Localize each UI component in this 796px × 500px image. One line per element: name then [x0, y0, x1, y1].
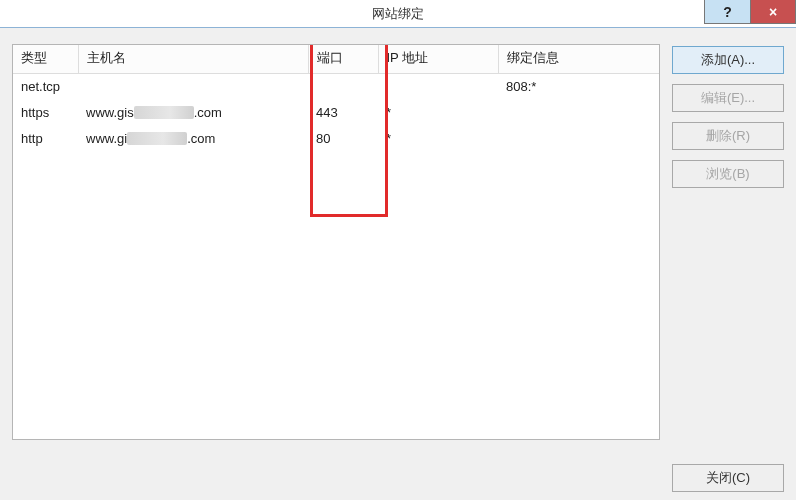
cell-host: www.gi.com — [78, 126, 308, 152]
close-button[interactable]: 关闭(C) — [672, 464, 784, 492]
cell-info — [498, 126, 659, 152]
title-bar: 网站绑定 ? × — [0, 0, 796, 28]
table-row[interactable]: https www.gis.com 443 * — [13, 100, 659, 126]
close-window-button[interactable]: × — [750, 0, 796, 24]
cell-ip: * — [378, 100, 498, 126]
cell-type: https — [13, 100, 78, 126]
window-title: 网站绑定 — [0, 0, 796, 28]
button-column: 添加(A)... 编辑(E)... 删除(R) 浏览(B) — [672, 44, 784, 440]
col-header-type[interactable]: 类型 — [13, 45, 78, 74]
cell-ip: * — [378, 126, 498, 152]
add-button[interactable]: 添加(A)... — [672, 46, 784, 74]
cell-port — [308, 74, 378, 100]
col-header-port[interactable]: 端口 — [308, 45, 378, 74]
cell-type: http — [13, 126, 78, 152]
table-header-row: 类型 主机名 端口 IP 地址 绑定信息 — [13, 45, 659, 74]
dialog-body: 类型 主机名 端口 IP 地址 绑定信息 net.tcp 808:* — [0, 28, 796, 500]
redacted-text — [134, 106, 194, 119]
table-row[interactable]: http www.gi.com 80 * — [13, 126, 659, 152]
cell-port: 443 — [308, 100, 378, 126]
redacted-text — [127, 132, 187, 145]
edit-button[interactable]: 编辑(E)... — [672, 84, 784, 112]
browse-button[interactable]: 浏览(B) — [672, 160, 784, 188]
cell-info — [498, 100, 659, 126]
cell-port: 80 — [308, 126, 378, 152]
col-header-ip[interactable]: IP 地址 — [378, 45, 498, 74]
bindings-list-panel: 类型 主机名 端口 IP 地址 绑定信息 net.tcp 808:* — [12, 44, 660, 440]
bindings-table[interactable]: 类型 主机名 端口 IP 地址 绑定信息 net.tcp 808:* — [13, 45, 659, 152]
help-button[interactable]: ? — [704, 0, 750, 24]
window-controls: ? × — [704, 0, 796, 28]
cell-type: net.tcp — [13, 74, 78, 100]
col-header-info[interactable]: 绑定信息 — [498, 45, 659, 74]
table-row[interactable]: net.tcp 808:* — [13, 74, 659, 100]
cell-host: www.gis.com — [78, 100, 308, 126]
cell-info: 808:* — [498, 74, 659, 100]
cell-ip — [378, 74, 498, 100]
cell-host — [78, 74, 308, 100]
col-header-host[interactable]: 主机名 — [78, 45, 308, 74]
delete-button[interactable]: 删除(R) — [672, 122, 784, 150]
dialog-footer: 关闭(C) — [672, 464, 784, 492]
